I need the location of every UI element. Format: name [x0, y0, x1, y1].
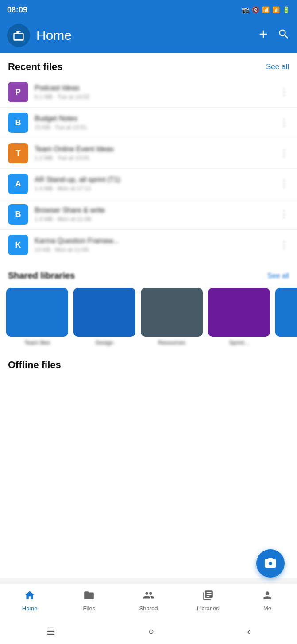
file-name: Podcast Ideas — [35, 84, 273, 92]
file-info: Budget Notes 23 KB · Tue at 13:51 — [35, 115, 273, 131]
file-icon: B — [8, 113, 28, 133]
file-meta: 1.4 MB · Mon at 17:11 — [35, 185, 273, 192]
android-nav-bar: ☰ ○ ‹ — [0, 619, 297, 644]
file-info: AR Stand-up, all sprint (T1) 1.4 MB · Mo… — [35, 176, 273, 192]
search-icon — [278, 28, 290, 40]
avatar[interactable] — [7, 24, 30, 47]
battery-icon: 🔋 — [282, 6, 290, 13]
menu-button[interactable]: ☰ — [46, 626, 55, 637]
shared-libraries-title: Shared libraries — [8, 271, 75, 281]
file-meta: 1.4 MB · Mon at 11:08 — [35, 216, 273, 222]
page-title: Home — [36, 28, 251, 43]
more-icon[interactable]: ⋮ — [279, 147, 289, 159]
library-card[interactable]: More — [275, 288, 297, 346]
offline-files-title: Offline files — [8, 359, 61, 370]
header-actions — [257, 28, 290, 43]
files-icon — [83, 590, 95, 604]
mute-icon: 🔇 — [252, 6, 259, 13]
nav-item-me[interactable]: Me — [238, 588, 297, 612]
nav-item-shared[interactable]: Shared — [119, 588, 178, 612]
nav-label-libraries: Libraries — [197, 605, 219, 612]
library-card[interactable]: Team files — [6, 288, 68, 346]
library-card-label: Resources — [141, 339, 203, 346]
status-bar: 08:09 📷 🔇 📶 📶 🔋 — [0, 0, 297, 19]
library-card-label: More — [275, 339, 297, 346]
nav-label-me: Me — [263, 605, 271, 612]
shared-libraries-section: Shared libraries See all Team files Desi… — [0, 264, 297, 352]
file-item[interactable]: B Browser Share & write 1.4 MB · Mon at … — [0, 199, 297, 229]
more-icon[interactable]: ⋮ — [279, 117, 289, 128]
recent-files-list: P Podcast Ideas 6.1 MB · Tue at 14:02 ⋮ … — [0, 77, 297, 260]
library-card[interactable]: Design — [73, 288, 135, 346]
back-button[interactable]: ‹ — [247, 625, 251, 638]
library-card-img — [141, 288, 203, 337]
file-meta: 13 KB · Mon at 11:05 — [35, 246, 273, 253]
status-time: 08:09 — [7, 5, 27, 15]
nav-item-home[interactable]: Home — [0, 588, 59, 612]
library-card-img — [275, 288, 297, 337]
file-name: AR Stand-up, all sprint (T1) — [35, 176, 273, 184]
file-item[interactable]: T Team Online Event Ideas 1.2 MB · Tue a… — [0, 138, 297, 168]
file-meta: 6.1 MB · Tue at 14:02 — [35, 93, 273, 100]
file-info: Browser Share & write 1.4 MB · Mon at 11… — [35, 206, 273, 222]
nav-label-home: Home — [22, 605, 38, 612]
recent-files-title: Recent files — [8, 61, 63, 73]
file-name: Browser Share & write — [35, 206, 273, 214]
briefcase-icon — [12, 29, 25, 42]
library-card-label: Design — [73, 339, 135, 346]
recent-files-see-all[interactable]: See all — [266, 62, 289, 71]
more-icon[interactable]: ⋮ — [279, 86, 289, 98]
nav-label-shared: Shared — [139, 605, 158, 612]
file-icon: T — [8, 143, 28, 163]
library-card-label: Sprint... — [208, 339, 270, 346]
library-card-label: Team files — [6, 339, 68, 346]
more-icon[interactable]: ⋮ — [279, 178, 289, 190]
more-icon[interactable]: ⋮ — [279, 209, 289, 220]
file-item[interactable]: B Budget Notes 23 KB · Tue at 13:51 ⋮ — [0, 107, 297, 138]
file-icon: B — [8, 204, 28, 225]
file-item[interactable]: P Podcast Ideas 6.1 MB · Tue at 14:02 ⋮ — [0, 77, 297, 107]
content-area: Recent files See all P Podcast Ideas 6.1… — [0, 53, 297, 578]
shared-see-all[interactable]: See all — [267, 272, 289, 280]
more-icon[interactable]: ⋮ — [279, 239, 289, 251]
file-meta: 1.2 MB · Tue at 13:01 — [35, 155, 273, 161]
library-card-img — [208, 288, 270, 337]
plus-icon — [257, 28, 270, 40]
file-icon: K — [8, 235, 28, 255]
libraries-icon — [202, 590, 214, 604]
file-info: Karma Question Framew... 13 KB · Mon at … — [35, 237, 273, 253]
status-icons: 📷 🔇 📶 📶 🔋 — [242, 6, 290, 13]
app-header: Home — [0, 19, 297, 53]
shared-icon — [143, 590, 154, 604]
file-meta: 23 KB · Tue at 13:51 — [35, 124, 273, 131]
search-button[interactable] — [278, 28, 290, 43]
nav-item-libraries[interactable]: Libraries — [178, 588, 238, 612]
camera-fab[interactable] — [256, 549, 285, 578]
file-name: Budget Notes — [35, 115, 273, 123]
shared-libraries-header: Shared libraries See all — [0, 264, 297, 285]
signal-icon: 📶 — [272, 6, 280, 13]
library-card-img — [73, 288, 135, 337]
camera-notify-icon: 📷 — [242, 6, 249, 13]
file-info: Team Online Event Ideas 1.2 MB · Tue at … — [35, 145, 273, 161]
bottom-nav: Home Files Shared Libraries — [0, 584, 297, 619]
home-icon — [24, 590, 35, 604]
me-icon — [262, 590, 273, 604]
file-info: Podcast Ideas 6.1 MB · Tue at 14:02 — [35, 84, 273, 100]
home-button[interactable]: ○ — [148, 626, 154, 637]
add-button[interactable] — [257, 28, 270, 43]
camera-icon — [264, 557, 277, 570]
file-icon: P — [8, 82, 28, 102]
file-item[interactable]: A AR Stand-up, all sprint (T1) 1.4 MB · … — [0, 168, 297, 199]
library-card[interactable]: Sprint... — [208, 288, 270, 346]
nav-label-files: Files — [83, 605, 95, 612]
nav-item-files[interactable]: Files — [59, 588, 119, 612]
file-icon: A — [8, 174, 28, 194]
library-cards: Team files Design Resources Sprint... Mo… — [0, 285, 297, 352]
library-card-img — [6, 288, 68, 337]
file-item[interactable]: K Karma Question Framew... 13 KB · Mon a… — [0, 229, 297, 260]
offline-files-section: Offline files — [0, 352, 297, 374]
file-name: Karma Question Framew... — [35, 237, 273, 245]
library-card[interactable]: Resources — [141, 288, 203, 346]
wifi-icon: 📶 — [262, 6, 270, 13]
